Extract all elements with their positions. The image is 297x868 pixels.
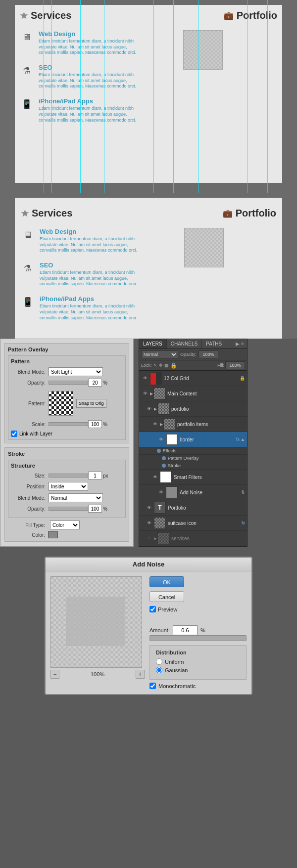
opacity-slider[interactable]: [49, 381, 88, 385]
effects-label: Effects: [163, 448, 176, 453]
dialog-overlay: Add Noise − 100% + OK Cancel Preview: [0, 547, 297, 710]
layer-visibility-icon[interactable]: 👁: [141, 375, 149, 381]
layer-visibility-icon[interactable]: 👁: [157, 436, 165, 442]
pattern-thumbnail[interactable]: [49, 391, 73, 416]
layer-thumbnail: [166, 486, 178, 498]
amount-unit: %: [200, 627, 205, 633]
blend-mode-select[interactable]: Soft Light: [49, 367, 103, 376]
preview-checkbox[interactable]: [149, 606, 156, 612]
layer-row[interactable]: 👁 Add Noise ⇅: [139, 485, 247, 500]
amount-input[interactable]: [173, 625, 198, 635]
pattern-overlay-effect-row: Pattern Overlay: [139, 455, 247, 462]
preview-area: − 100% +: [50, 576, 145, 689]
layer-row[interactable]: 👁 12 Col Grid 🔒: [139, 371, 247, 386]
link-layer-checkbox[interactable]: [11, 431, 17, 437]
list-item: 📱 iPhone/iPad Apps Etiam tincidunt ferme…: [20, 97, 144, 123]
content-row-mid: 🖥 Web Design Etiam tincidunt fermentum d…: [21, 228, 276, 329]
stroke-blend-select[interactable]: Normal: [49, 493, 103, 502]
guide-line: [44, 0, 44, 193]
expand-effects-icon[interactable]: ▲: [241, 437, 245, 442]
guide-line: [51, 0, 52, 193]
layers-opacity-input[interactable]: [198, 350, 218, 358]
tab-paths[interactable]: PATHS: [202, 339, 226, 348]
layer-row[interactable]: 👁 ▶ portfolio: [139, 401, 247, 417]
stroke-size-input[interactable]: [88, 472, 102, 479]
amount-label: Amount:: [149, 627, 170, 633]
portfolio-thumbnail: [183, 30, 223, 70]
stroke-position-label: Position:: [11, 484, 46, 489]
cancel-button[interactable]: Cancel: [149, 591, 184, 602]
layer-row[interactable]: 👁 border fx ▲: [139, 432, 247, 447]
layer-row[interactable]: 👁 Smart Filters: [139, 470, 247, 485]
color-label: Color:: [10, 532, 45, 538]
layer-thumbnail: [160, 471, 172, 483]
pattern-overlay-title: Pattern Overlay: [8, 347, 126, 352]
uniform-radio[interactable]: [156, 658, 162, 665]
layer-row[interactable]: 👁 ▶ portfolio items: [139, 417, 247, 432]
expand-icon[interactable]: ▶: [150, 391, 153, 396]
stroke-size-label: Size:: [11, 473, 46, 478]
portfolio-area-mid: [184, 228, 224, 329]
amount-slider[interactable]: [149, 635, 247, 641]
expand-icon[interactable]: ▶: [154, 407, 157, 411]
opacity-input[interactable]: [88, 379, 102, 387]
layer-row[interactable]: 👁 ▶ services: [139, 531, 247, 546]
gaussian-radio[interactable]: [156, 667, 162, 673]
guide-line: [223, 0, 223, 193]
star-icon: ★: [20, 10, 28, 21]
fill-type-select[interactable]: Color: [50, 521, 80, 529]
layer-row[interactable]: 👁 suitcase icon fx: [139, 516, 247, 531]
layer-visibility-icon[interactable]: 👁: [145, 505, 153, 511]
layer-visibility-icon[interactable]: 👁: [145, 535, 153, 541]
layer-visibility-icon[interactable]: 👁: [151, 421, 159, 427]
opacity-label: Opacity:: [180, 352, 197, 357]
tab-layers[interactable]: LAYERS: [139, 339, 167, 348]
stroke-position-select[interactable]: Inside: [49, 482, 88, 491]
ok-button[interactable]: OK: [149, 576, 184, 587]
list-item: 🖥 Web Design Etiam tincidunt fermentum d…: [20, 30, 144, 56]
tab-channels[interactable]: CHANNELS: [167, 339, 202, 348]
filter-mask-icon: ⇅: [241, 490, 245, 495]
pattern-row: Pattern: Snap to Orig: [11, 389, 123, 418]
services-list-mid: 🖥 Web Design Etiam tincidunt fermentum d…: [21, 228, 145, 329]
color-swatch[interactable]: [48, 531, 58, 538]
monochromatic-checkbox[interactable]: [149, 683, 156, 689]
gaussian-radio-row: Gaussian: [156, 667, 240, 673]
layers-options-row: Normal Opacity:: [139, 349, 247, 360]
briefcase-icon-mid: 💼: [223, 209, 233, 218]
scale-input[interactable]: [88, 420, 102, 428]
layer-row[interactable]: 👁 ▶ Main Content: [139, 386, 247, 401]
snap-to-origin-button[interactable]: Snap to Orig: [76, 399, 106, 408]
stroke-opacity-input[interactable]: [88, 505, 102, 513]
layer-visibility-icon[interactable]: 👁: [157, 489, 165, 495]
layer-visibility-icon[interactable]: 👁: [145, 406, 153, 412]
stroke-blend-row: Blend Mode: Normal: [11, 493, 123, 502]
layer-visibility-icon[interactable]: 👁: [141, 391, 149, 396]
lock-label: Lock:: [141, 363, 152, 368]
layer-name: suitcase icon: [168, 521, 241, 526]
layer-thumbnail: [150, 372, 162, 384]
expand-icon[interactable]: ▶: [154, 536, 157, 541]
service-text: SEO Etiam tincidunt fermentum diam, a ti…: [40, 261, 145, 287]
stroke-size-slider[interactable]: [49, 474, 88, 477]
lock-move-icon: ✥: [159, 363, 163, 368]
stroke-opacity-slider[interactable]: [49, 507, 88, 511]
layers-tab-more[interactable]: ▶ ≡: [233, 339, 247, 348]
portfolio-thumbnail-mid: [184, 228, 224, 267]
zoom-out-button[interactable]: −: [50, 670, 59, 679]
layers-fill-input[interactable]: [225, 361, 245, 369]
scale-slider[interactable]: [49, 422, 88, 426]
layers-panel: LAYERS CHANNELS PATHS ▶ ≡ Normal Opacity…: [139, 339, 248, 547]
expand-icon[interactable]: ▶: [160, 422, 163, 427]
fill-right: Fill:: [217, 361, 245, 369]
portfolio-area-top: [183, 30, 223, 131]
stroke-panel: Stroke Structure Size: px Position: Insi…: [4, 447, 129, 542]
stroke-ball-icon: [162, 464, 166, 468]
layer-visibility-icon[interactable]: 👁: [145, 520, 153, 526]
zoom-in-button[interactable]: +: [136, 670, 145, 679]
layers-blend-select[interactable]: Normal: [141, 350, 178, 358]
layer-row[interactable]: 👁 T Portfolio: [139, 500, 247, 516]
layer-visibility-icon[interactable]: 👁: [151, 474, 159, 480]
service-text: iPhone/iPad Apps Etiam tincidunt ferment…: [40, 295, 145, 321]
layer-name: border: [180, 437, 235, 442]
